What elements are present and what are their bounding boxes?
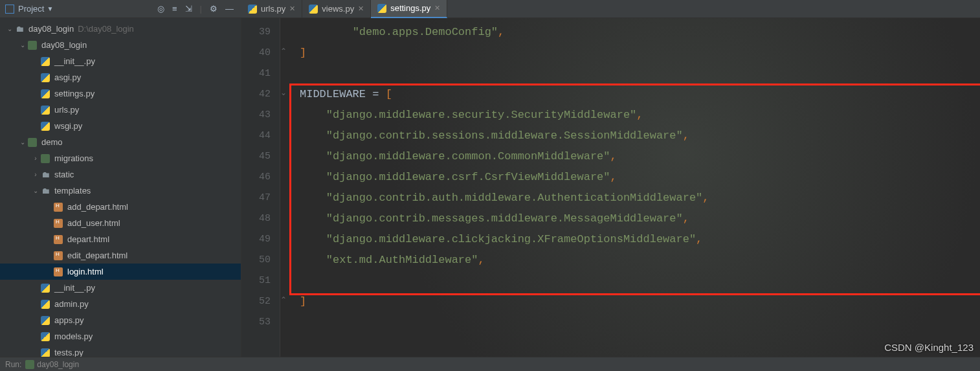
chevron-icon[interactable]: ›: [31, 171, 40, 178]
tree-item[interactable]: add_user.html: [0, 215, 241, 231]
python-file-icon: [40, 89, 50, 99]
code-line[interactable]: "django.contrib.auth.middleware.Authenti…: [300, 188, 980, 208]
code-line[interactable]: "demo.apps.DemoConfig",: [300, 22, 980, 43]
line-number[interactable]: 43: [241, 105, 280, 126]
project-icon: [5, 5, 14, 14]
code-area[interactable]: "demo.apps.DemoConfig",]MIDDLEWARE = [ "…: [280, 18, 980, 357]
line-number[interactable]: 51: [241, 271, 280, 291]
chevron-icon[interactable]: ⌄: [5, 25, 14, 32]
code-line[interactable]: "ext.md.AuthMiddleware",: [300, 250, 980, 271]
line-number[interactable]: 39: [241, 22, 280, 43]
line-number[interactable]: 42: [241, 84, 280, 105]
code-line[interactable]: "django.middleware.common.CommonMiddlewa…: [300, 146, 980, 167]
tree-item[interactable]: login.html: [0, 264, 241, 280]
tree-item[interactable]: asgi.py: [0, 69, 241, 85]
watermark: CSDN @Kinght_123: [884, 342, 974, 353]
tree-item[interactable]: ›🖿static: [0, 166, 241, 183]
tree-label: models.py: [54, 332, 93, 341]
django-folder-icon: [27, 40, 38, 51]
tree-item[interactable]: ⌄day08_login: [0, 37, 241, 53]
code-line[interactable]: "django.contrib.sessions.middleware.Sess…: [300, 126, 980, 146]
tree-label: edit_depart.html: [67, 251, 128, 260]
folder-icon: 🖿: [40, 170, 50, 180]
expand-icon[interactable]: ⇲: [185, 4, 192, 14]
tab-label: urls.py: [261, 4, 285, 14]
line-number[interactable]: 50: [241, 250, 280, 271]
line-number[interactable]: 48: [241, 208, 280, 229]
chevron-icon[interactable]: ⌄: [18, 139, 27, 146]
chevron-icon[interactable]: ⌄: [31, 187, 40, 194]
close-icon[interactable]: ✕: [434, 4, 440, 12]
tab-urls-py[interactable]: urls.py✕: [241, 0, 302, 18]
code-line[interactable]: MIDDLEWARE = [: [300, 84, 980, 105]
tab-label: settings.py: [390, 3, 430, 13]
code-line[interactable]: [300, 312, 980, 333]
run-target[interactable]: day08_login: [37, 360, 79, 369]
tree-label: settings.py: [54, 89, 95, 98]
main: ⌄🖿day08_loginD:\day08_login⌄day08_login_…: [0, 18, 980, 357]
tree-hint: D:\day08_login: [78, 24, 134, 34]
tree-item[interactable]: models.py: [0, 328, 241, 344]
python-file-icon: [40, 348, 50, 357]
tree-item[interactable]: apps.py: [0, 312, 241, 328]
folder-icon: 🖿: [40, 186, 50, 196]
code-line[interactable]: "django.middleware.security.SecurityMidd…: [300, 105, 980, 126]
tree-label: add_depart.html: [67, 202, 128, 212]
tree-item[interactable]: ⌄🖿day08_loginD:\day08_login: [0, 21, 241, 37]
tree-item[interactable]: ⌄🖿templates: [0, 183, 241, 199]
django-folder-icon: [27, 137, 38, 148]
line-number[interactable]: 46: [241, 167, 280, 188]
editor[interactable]: 394041424344454647484950515253 ⌃ ⌄ ⌃ "de…: [241, 18, 980, 357]
code-line[interactable]: ]: [300, 43, 980, 63]
project-dropdown[interactable]: Project ▼: [18, 4, 53, 14]
tree-item[interactable]: edit_depart.html: [0, 247, 241, 264]
code-line[interactable]: "django.middleware.clickjacking.XFrameOp…: [300, 229, 980, 250]
tree-item[interactable]: wsgi.py: [0, 118, 241, 134]
minimize-icon[interactable]: —: [225, 4, 234, 14]
project-toolbar: ◎ ≡ ⇲ | ⚙ —: [157, 4, 234, 14]
code-line[interactable]: ]: [300, 291, 980, 312]
tree-item[interactable]: ›migrations: [0, 150, 241, 166]
html-file-icon: [53, 251, 63, 261]
line-number[interactable]: 40: [241, 43, 280, 63]
tree-item[interactable]: ⌄demo: [0, 134, 241, 150]
tab-views-py[interactable]: views.py✕: [302, 0, 371, 18]
code-line[interactable]: "django.middleware.csrf.CsrfViewMiddlewa…: [300, 167, 980, 188]
tree-item[interactable]: settings.py: [0, 85, 241, 102]
tree-item[interactable]: __init__.py: [0, 53, 241, 69]
line-number[interactable]: 45: [241, 146, 280, 167]
tree-item[interactable]: add_depart.html: [0, 199, 241, 215]
code-line[interactable]: "django.contrib.messages.middleware.Mess…: [300, 208, 980, 229]
tab-settings-py[interactable]: settings.py✕: [371, 0, 447, 18]
line-number[interactable]: 41: [241, 63, 280, 84]
close-icon[interactable]: ✕: [289, 5, 295, 13]
tree-label: day08_login: [28, 24, 74, 34]
folder-icon: 🖿: [14, 24, 25, 34]
gutter: 394041424344454647484950515253: [241, 18, 280, 357]
chevron-icon[interactable]: ›: [31, 155, 40, 162]
tree-label: templates: [54, 186, 91, 196]
collapse-icon[interactable]: ≡: [172, 4, 177, 14]
html-file-icon: [53, 218, 63, 229]
line-number[interactable]: 49: [241, 229, 280, 250]
html-file-icon: [53, 267, 63, 277]
tree-item[interactable]: __init__.py: [0, 280, 241, 296]
python-file-icon: [40, 332, 50, 342]
chevron-icon[interactable]: ⌄: [18, 41, 27, 49]
tree-item[interactable]: tests.py: [0, 344, 241, 357]
project-tree[interactable]: ⌄🖿day08_loginD:\day08_login⌄day08_login_…: [0, 18, 241, 357]
close-icon[interactable]: ✕: [358, 5, 364, 13]
locate-icon[interactable]: ◎: [157, 4, 164, 14]
python-file-icon: [248, 5, 257, 14]
tree-label: asgi.py: [54, 73, 81, 82]
line-number[interactable]: 47: [241, 188, 280, 208]
gear-icon[interactable]: ⚙: [210, 4, 217, 14]
code-line[interactable]: [300, 271, 980, 291]
tree-item[interactable]: urls.py: [0, 102, 241, 118]
tree-item[interactable]: admin.py: [0, 296, 241, 312]
line-number[interactable]: 53: [241, 312, 280, 333]
line-number[interactable]: 44: [241, 126, 280, 146]
line-number[interactable]: 52: [241, 291, 280, 312]
code-line[interactable]: [300, 63, 980, 84]
tree-item[interactable]: depart.html: [0, 231, 241, 247]
